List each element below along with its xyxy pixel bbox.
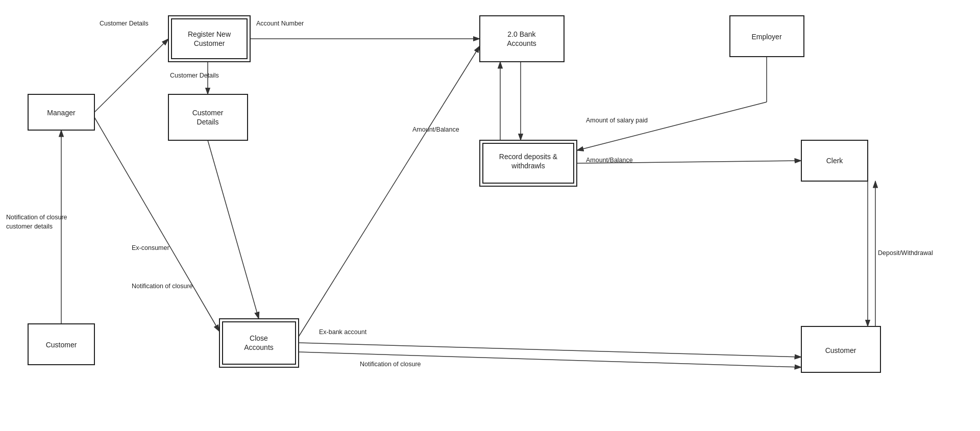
- svg-text:Notification of closure: Notification of closure: [360, 361, 421, 368]
- svg-text:Accounts: Accounts: [507, 39, 536, 47]
- svg-line-16: [299, 343, 801, 357]
- svg-text:Amount/Balance: Amount/Balance: [412, 126, 459, 133]
- svg-text:Register New: Register New: [188, 30, 231, 38]
- svg-text:Accounts: Accounts: [244, 343, 274, 351]
- svg-text:Customer Details: Customer Details: [170, 72, 219, 79]
- svg-text:2.0 Bank: 2.0 Bank: [507, 30, 536, 38]
- svg-text:Account Number: Account Number: [256, 20, 304, 27]
- svg-text:withdrawls: withdrawls: [511, 162, 545, 170]
- svg-text:Manager: Manager: [47, 109, 76, 117]
- svg-text:Ex-consumer: Ex-consumer: [132, 244, 169, 251]
- svg-line-2: [94, 39, 168, 112]
- svg-line-6: [94, 117, 219, 332]
- svg-line-5: [208, 140, 259, 319]
- svg-text:Record deposits &: Record deposits &: [499, 153, 558, 161]
- diagram-svg: Manager Customer Register New Customer C…: [0, 0, 980, 431]
- svg-text:Notification of closure: Notification of closure: [132, 283, 193, 290]
- svg-line-15: [299, 46, 480, 337]
- svg-text:customer details: customer details: [6, 223, 53, 230]
- svg-text:Clerk: Clerk: [826, 157, 844, 165]
- svg-text:Customer: Customer: [192, 109, 224, 117]
- svg-text:Close: Close: [250, 334, 268, 342]
- svg-line-11: [577, 102, 767, 150]
- svg-text:Amount/Balance: Amount/Balance: [586, 157, 633, 164]
- svg-rect-23: [172, 19, 247, 59]
- svg-text:Amount of salary paid: Amount of salary paid: [586, 117, 648, 124]
- svg-rect-26: [168, 94, 248, 140]
- svg-text:Deposit/Withdrawal: Deposit/Withdrawal: [878, 249, 933, 257]
- svg-text:Notification of closure: Notification of closure: [6, 214, 67, 221]
- svg-text:Ex-bank account: Ex-bank account: [319, 328, 367, 336]
- svg-text:Employer: Employer: [751, 33, 781, 41]
- svg-rect-33: [480, 16, 564, 62]
- svg-text:Customer: Customer: [194, 39, 225, 47]
- svg-text:Customer Details: Customer Details: [100, 20, 149, 27]
- svg-text:Details: Details: [197, 118, 219, 126]
- diagram-container: Manager Customer Register New Customer C…: [0, 0, 980, 431]
- svg-text:Customer: Customer: [825, 346, 856, 354]
- svg-text:Customer: Customer: [46, 341, 77, 349]
